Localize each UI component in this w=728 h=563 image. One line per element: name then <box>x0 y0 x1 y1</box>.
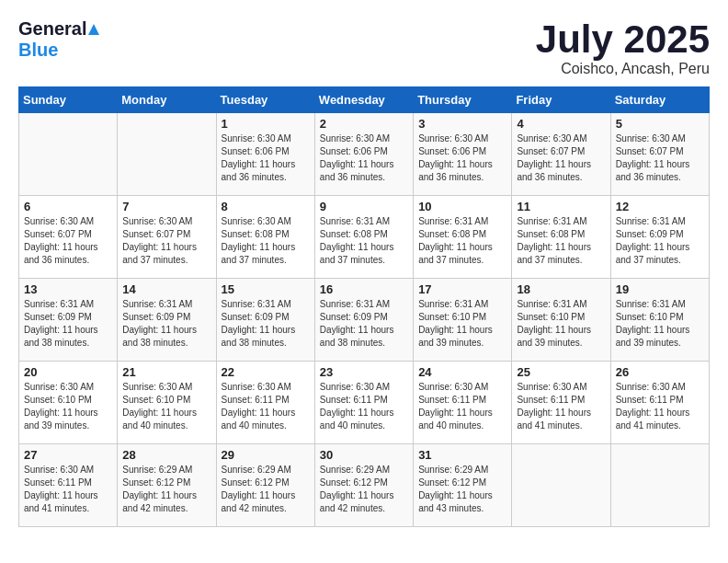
calendar-cell <box>512 444 610 527</box>
day-number: 19 <box>616 282 704 296</box>
logo-general: General <box>18 18 86 40</box>
day-info: Sunrise: 6:31 AM Sunset: 6:09 PM Dayligh… <box>122 298 210 350</box>
calendar-cell: 11Sunrise: 6:31 AM Sunset: 6:08 PM Dayli… <box>512 196 610 279</box>
day-info: Sunrise: 6:31 AM Sunset: 6:10 PM Dayligh… <box>616 298 704 350</box>
day-info: Sunrise: 6:31 AM Sunset: 6:08 PM Dayligh… <box>320 215 408 267</box>
day-number: 27 <box>24 448 112 462</box>
calendar-week-row: 1Sunrise: 6:30 AM Sunset: 6:06 PM Daylig… <box>19 113 710 196</box>
day-number: 14 <box>122 282 210 296</box>
svg-marker-0 <box>88 24 99 35</box>
calendar-cell: 13Sunrise: 6:31 AM Sunset: 6:09 PM Dayli… <box>19 279 118 362</box>
calendar-cell: 31Sunrise: 6:29 AM Sunset: 6:12 PM Dayli… <box>414 444 512 527</box>
day-number: 31 <box>418 448 506 462</box>
day-info: Sunrise: 6:30 AM Sunset: 6:08 PM Dayligh… <box>222 215 310 267</box>
header: General Blue July 2025 Coishco, Ancash, … <box>18 18 710 77</box>
day-number: 9 <box>320 200 408 213</box>
calendar-cell: 7Sunrise: 6:30 AM Sunset: 6:07 PM Daylig… <box>118 196 216 279</box>
logo: General Blue <box>18 18 100 61</box>
day-info: Sunrise: 6:30 AM Sunset: 6:10 PM Dayligh… <box>24 381 112 432</box>
day-info: Sunrise: 6:30 AM Sunset: 6:06 PM Dayligh… <box>418 132 506 184</box>
calendar-cell: 16Sunrise: 6:31 AM Sunset: 6:09 PM Dayli… <box>314 279 413 362</box>
day-info: Sunrise: 6:30 AM Sunset: 6:06 PM Dayligh… <box>222 132 310 184</box>
day-info: Sunrise: 6:30 AM Sunset: 6:11 PM Dayligh… <box>320 381 408 432</box>
day-number: 29 <box>222 448 310 462</box>
logo-blue: Blue <box>18 40 58 61</box>
day-info: Sunrise: 6:29 AM Sunset: 6:12 PM Dayligh… <box>222 464 310 515</box>
calendar-cell: 25Sunrise: 6:30 AM Sunset: 6:11 PM Dayli… <box>512 362 610 444</box>
calendar-cell: 14Sunrise: 6:31 AM Sunset: 6:09 PM Dayli… <box>118 279 216 362</box>
day-number: 12 <box>616 200 704 213</box>
calendar-cell: 26Sunrise: 6:30 AM Sunset: 6:11 PM Dayli… <box>610 362 709 444</box>
calendar-cell: 6Sunrise: 6:30 AM Sunset: 6:07 PM Daylig… <box>19 196 118 279</box>
day-of-week-header: Sunday <box>19 87 118 113</box>
logo-triangle-icon <box>87 23 100 36</box>
day-of-week-header: Friday <box>512 87 610 113</box>
calendar-cell: 19Sunrise: 6:31 AM Sunset: 6:10 PM Dayli… <box>610 279 709 362</box>
day-info: Sunrise: 6:30 AM Sunset: 6:07 PM Dayligh… <box>24 215 112 267</box>
calendar-week-row: 6Sunrise: 6:30 AM Sunset: 6:07 PM Daylig… <box>19 196 710 279</box>
day-number: 16 <box>320 282 408 296</box>
calendar-cell: 10Sunrise: 6:31 AM Sunset: 6:08 PM Dayli… <box>414 196 512 279</box>
day-info: Sunrise: 6:30 AM Sunset: 6:11 PM Dayligh… <box>222 381 310 432</box>
calendar-week-row: 20Sunrise: 6:30 AM Sunset: 6:10 PM Dayli… <box>19 362 710 444</box>
day-number: 15 <box>222 282 310 296</box>
day-number: 4 <box>517 117 605 131</box>
day-number: 6 <box>24 200 112 213</box>
calendar-cell <box>118 113 216 196</box>
day-info: Sunrise: 6:30 AM Sunset: 6:11 PM Dayligh… <box>517 381 605 432</box>
day-info: Sunrise: 6:31 AM Sunset: 6:10 PM Dayligh… <box>418 298 506 350</box>
calendar-cell: 18Sunrise: 6:31 AM Sunset: 6:10 PM Dayli… <box>512 279 610 362</box>
calendar-cell: 20Sunrise: 6:30 AM Sunset: 6:10 PM Dayli… <box>19 362 118 444</box>
day-number: 5 <box>616 117 704 131</box>
calendar-cell: 28Sunrise: 6:29 AM Sunset: 6:12 PM Dayli… <box>118 444 216 527</box>
day-info: Sunrise: 6:30 AM Sunset: 6:10 PM Dayligh… <box>122 381 210 432</box>
day-number: 18 <box>517 282 605 296</box>
day-info: Sunrise: 6:29 AM Sunset: 6:12 PM Dayligh… <box>418 464 506 515</box>
calendar-cell: 22Sunrise: 6:30 AM Sunset: 6:11 PM Dayli… <box>216 362 314 444</box>
day-info: Sunrise: 6:31 AM Sunset: 6:10 PM Dayligh… <box>517 298 605 350</box>
day-info: Sunrise: 6:30 AM Sunset: 6:07 PM Dayligh… <box>122 215 210 267</box>
calendar-cell: 23Sunrise: 6:30 AM Sunset: 6:11 PM Dayli… <box>314 362 413 444</box>
day-number: 7 <box>122 200 210 213</box>
day-info: Sunrise: 6:29 AM Sunset: 6:12 PM Dayligh… <box>320 464 408 515</box>
title-area: July 2025 Coishco, Ancash, Peru <box>536 18 710 77</box>
day-info: Sunrise: 6:30 AM Sunset: 6:11 PM Dayligh… <box>418 381 506 432</box>
day-number: 23 <box>320 365 408 379</box>
day-info: Sunrise: 6:29 AM Sunset: 6:12 PM Dayligh… <box>122 464 210 515</box>
calendar-cell: 5Sunrise: 6:30 AM Sunset: 6:07 PM Daylig… <box>610 113 709 196</box>
day-info: Sunrise: 6:30 AM Sunset: 6:07 PM Dayligh… <box>517 132 605 184</box>
day-number: 11 <box>517 200 605 213</box>
calendar-cell: 24Sunrise: 6:30 AM Sunset: 6:11 PM Dayli… <box>414 362 512 444</box>
calendar-cell: 29Sunrise: 6:29 AM Sunset: 6:12 PM Dayli… <box>216 444 314 527</box>
calendar-week-row: 13Sunrise: 6:31 AM Sunset: 6:09 PM Dayli… <box>19 279 710 362</box>
day-info: Sunrise: 6:31 AM Sunset: 6:08 PM Dayligh… <box>418 215 506 267</box>
day-of-week-header: Tuesday <box>216 87 314 113</box>
calendar-cell: 4Sunrise: 6:30 AM Sunset: 6:07 PM Daylig… <box>512 113 610 196</box>
day-number: 8 <box>222 200 310 213</box>
day-of-week-header: Wednesday <box>314 87 413 113</box>
calendar-header: SundayMondayTuesdayWednesdayThursdayFrid… <box>19 87 710 113</box>
day-info: Sunrise: 6:31 AM Sunset: 6:09 PM Dayligh… <box>24 298 112 350</box>
calendar-title: July 2025 <box>536 18 710 61</box>
day-info: Sunrise: 6:31 AM Sunset: 6:09 PM Dayligh… <box>616 215 704 267</box>
calendar-cell: 21Sunrise: 6:30 AM Sunset: 6:10 PM Dayli… <box>118 362 216 444</box>
calendar-table: SundayMondayTuesdayWednesdayThursdayFrid… <box>18 86 710 527</box>
day-number: 26 <box>616 365 704 379</box>
day-info: Sunrise: 6:31 AM Sunset: 6:09 PM Dayligh… <box>320 298 408 350</box>
day-of-week-header: Monday <box>118 87 216 113</box>
day-number: 28 <box>122 448 210 462</box>
day-number: 24 <box>418 365 506 379</box>
calendar-cell: 2Sunrise: 6:30 AM Sunset: 6:06 PM Daylig… <box>314 113 413 196</box>
day-number: 20 <box>24 365 112 379</box>
calendar-cell: 15Sunrise: 6:31 AM Sunset: 6:09 PM Dayli… <box>216 279 314 362</box>
calendar-cell: 1Sunrise: 6:30 AM Sunset: 6:06 PM Daylig… <box>216 113 314 196</box>
day-number: 2 <box>320 117 408 131</box>
calendar-cell <box>19 113 118 196</box>
day-info: Sunrise: 6:31 AM Sunset: 6:09 PM Dayligh… <box>222 298 310 350</box>
calendar-cell: 27Sunrise: 6:30 AM Sunset: 6:11 PM Dayli… <box>19 444 118 527</box>
calendar-subtitle: Coishco, Ancash, Peru <box>536 61 710 77</box>
day-of-week-header: Thursday <box>414 87 512 113</box>
day-number: 13 <box>24 282 112 296</box>
day-number: 30 <box>320 448 408 462</box>
calendar-cell: 9Sunrise: 6:31 AM Sunset: 6:08 PM Daylig… <box>314 196 413 279</box>
